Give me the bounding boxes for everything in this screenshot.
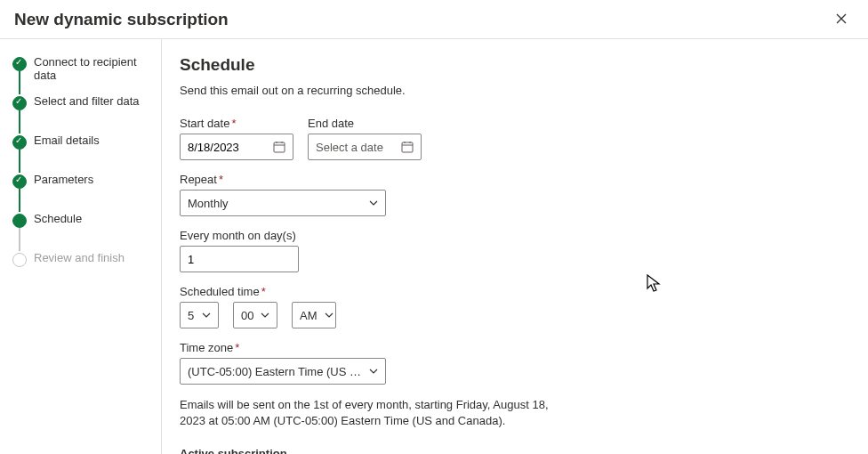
page-heading: Schedule [180,55,850,75]
step-select-filter[interactable]: ✓ Select and filter data [12,94,154,134]
repeat-select[interactable]: Monthly [180,190,386,216]
chevron-down-icon [261,311,269,320]
active-subscription-label: Active subscription [180,447,850,454]
chevron-down-icon [202,311,211,320]
close-button[interactable] [829,9,854,29]
days-label: Every month on day(s) [180,229,299,242]
repeat-label: Repeat* [180,173,386,186]
chevron-down-icon [369,367,378,376]
ampm-select[interactable]: AM [292,302,336,328]
main-panel: Schedule Send this email out on a recurr… [162,39,868,454]
check-icon: ✓ [15,97,23,105]
step-email-details[interactable]: ✓ Email details [12,134,154,173]
start-date-label: Start date* [180,117,293,130]
end-date-placeholder: Select a date [316,141,383,154]
wizard-sidebar: ✓ Connect to recipient data ✓ Select and… [0,39,162,454]
chevron-down-icon [369,199,378,207]
start-date-field[interactable] [188,141,266,154]
svg-rect-0 [274,142,285,152]
chevron-down-icon [325,311,334,320]
step-connect-recipient[interactable]: ✓ Connect to recipient data [12,55,154,94]
dialog-header: New dynamic subscription [0,0,868,39]
start-date-input[interactable] [180,134,293,160]
check-icon: ✓ [15,58,23,66]
dialog-title: New dynamic subscription [14,10,229,29]
scheduled-time-label: Scheduled time* [180,285,336,298]
end-date-input[interactable]: Select a date [308,134,422,160]
check-icon: ✓ [15,175,23,183]
schedule-summary: Emails will be sent on the 1st of every … [180,397,571,429]
close-icon [836,13,847,24]
svg-rect-4 [402,142,413,152]
step-schedule[interactable]: Schedule [12,212,154,251]
step-review-finish[interactable]: Review and finish [12,251,154,290]
timezone-select[interactable]: (UTC-05:00) Eastern Time (US and Canada) [180,358,386,385]
check-icon: ✓ [15,136,23,144]
hour-select[interactable]: 5 [180,302,219,328]
days-field[interactable] [188,253,291,266]
timezone-label: Time zone* [180,341,386,354]
step-parameters[interactable]: ✓ Parameters [12,173,154,212]
calendar-icon [401,141,414,153]
end-date-label: End date [308,117,422,130]
dialog-body: ✓ Connect to recipient data ✓ Select and… [0,39,868,454]
page-subtitle: Send this email out on a recurring sched… [180,84,850,97]
days-input[interactable] [180,246,299,272]
calendar-icon [273,141,285,153]
minute-select[interactable]: 00 [233,302,277,328]
